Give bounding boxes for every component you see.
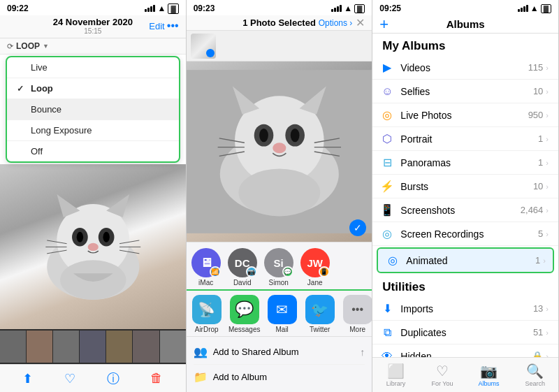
date-main: 24 November 2020 [53, 17, 133, 27]
album-item-duplicates[interactable]: ⧉ Duplicates 51 › [372, 321, 558, 344]
thumb-6[interactable] [133, 331, 159, 363]
signal-icon-1 [145, 5, 155, 12]
album-chevron-videos: › [546, 64, 549, 72]
status-bar-3: 09:25 ▲ ▓ [372, 0, 558, 15]
album-count-imports: 13 [533, 303, 543, 314]
thumb-2[interactable] [27, 331, 52, 363]
contact-badge-simon: 💬 [282, 266, 293, 277]
thumb-7[interactable] [160, 331, 186, 363]
trash-button[interactable]: 🗑 [150, 371, 163, 386]
album-count-duplicates: 51 [533, 327, 543, 337]
add-album-action[interactable]: 📁 Add to Album [194, 365, 365, 389]
add-button[interactable]: + [379, 15, 389, 34]
contact-jane[interactable]: JW 📱 Jane [300, 248, 331, 286]
album-name-selfies: Selfies [400, 86, 533, 97]
tab-library[interactable]: ⬜ Library [372, 363, 419, 387]
more-button[interactable]: ••• [167, 20, 179, 32]
tab-search[interactable]: 🔍 Search [512, 363, 558, 387]
album-item-live-photos[interactable]: ◎ Live Photos 950 › [372, 103, 558, 127]
utilities-header: Utilities [372, 275, 558, 297]
tab-for-you[interactable]: ♡ For You [419, 363, 465, 387]
contact-simon[interactable]: Si 💬 Simon [263, 248, 294, 286]
add-shared-album-arrow: ↑ [360, 347, 365, 358]
album-item-animated[interactable]: ◎ Animated 1 › [377, 247, 554, 273]
contact-avatar-jane: JW 📱 [300, 248, 330, 277]
album-item-imports[interactable]: ⬇ Imports 13 › [372, 297, 558, 321]
loop-dropdown: Live ✓ Loop Bounce Long Exposure Off [6, 56, 180, 163]
signal-icon-2 [331, 5, 342, 12]
album-name-duplicates: Duplicates [400, 327, 533, 338]
albums-tab-label: Albums [478, 380, 499, 387]
action-row: 👥 Add to Shared Album ↑ 📁 Add to Album [187, 336, 372, 392]
heart-button[interactable]: ♡ [64, 371, 75, 386]
p2-photo-main: ✓ [187, 61, 372, 242]
contact-imac[interactable]: 🖥 📶 iMac [191, 248, 222, 286]
tab-albums[interactable]: 📷 Albums [465, 363, 511, 387]
album-item-panoramas[interactable]: ⊟ Panoramas 1 › [372, 151, 558, 175]
album-item-screenshots[interactable]: 📱 Screenshots 2,464 › [372, 198, 558, 222]
app-airdrop[interactable]: 📡 AirDrop [191, 295, 223, 333]
cat-svg-p1 [19, 181, 168, 313]
album-count-animated: 1 [535, 255, 540, 266]
album-name-live-photos: Live Photos [400, 110, 528, 121]
app-mail[interactable]: ✉ Mail [266, 295, 298, 333]
edit-button[interactable]: Edit [149, 21, 164, 31]
album-item-portrait[interactable]: ⬡ Portrait 1 › [372, 127, 558, 151]
album-name-screen-recordings: Screen Recordings [400, 228, 538, 240]
album-count-screenshots: 2,464 [521, 205, 544, 215]
album-count-bursts: 10 [533, 181, 543, 191]
contact-avatar-david: DC 📷 [228, 248, 257, 277]
p1-thumbnails [0, 329, 186, 364]
share-button[interactable]: ⬆ [22, 371, 33, 386]
thumb-4[interactable] [80, 331, 106, 363]
dropdown-item-long-exposure[interactable]: Long Exposure [7, 120, 179, 141]
battery-icon-3: ▓ [541, 4, 551, 13]
contact-david[interactable]: DC 📷 David [227, 248, 258, 286]
status-bar-2: 09:23 ▲ ▓ [187, 0, 372, 15]
p2-share-section: 🖥 📶 iMac DC 📷 David Si 💬 Simon [187, 242, 372, 392]
album-item-bursts[interactable]: ⚡ Bursts 10 › [372, 175, 558, 198]
album-chevron-selfies: › [546, 87, 549, 96]
close-button[interactable]: ✕ [356, 16, 365, 29]
thumb-5[interactable] [106, 331, 132, 363]
album-item-hidden[interactable]: 👁 Hidden 🔒 › [372, 344, 558, 357]
thumb-1[interactable] [0, 331, 26, 363]
options-button[interactable]: Options › [319, 18, 353, 28]
app-icon-messages: 💬 [230, 295, 259, 324]
dropdown-item-loop[interactable]: ✓ Loop [7, 78, 179, 99]
album-name-animated: Animated [406, 255, 535, 266]
shared-album-icon: 👥 [194, 345, 208, 358]
album-item-screen-recordings[interactable]: ◎ Screen Recordings 5 › [372, 222, 558, 246]
info-button[interactable]: ⓘ [107, 370, 119, 387]
album-chevron-imports: › [546, 305, 549, 313]
duplicates-icon: ⧉ [379, 326, 395, 339]
app-messages[interactable]: 💬 Messages [228, 295, 261, 333]
app-icon-airdrop: 📡 [192, 295, 222, 324]
album-count-portrait: 1 [538, 133, 543, 144]
albums-list: My Albums ▶ Videos 115 › ☺ Selfies 10 › … [372, 34, 558, 357]
album-chevron-screen-recordings: › [546, 230, 549, 238]
animated-icon: ◎ [385, 254, 400, 267]
dropdown-item-live[interactable]: Live [7, 57, 179, 78]
loop-bar[interactable]: ⟳ LOOP ▼ [0, 38, 186, 55]
album-item-videos[interactable]: ▶ Videos 115 › [372, 56, 558, 80]
contact-name-imac: iMac [198, 279, 213, 286]
dropdown-item-off[interactable]: Off [7, 141, 179, 161]
dropdown-item-bounce[interactable]: Bounce [7, 99, 179, 120]
album-name-hidden: Hidden [400, 351, 532, 358]
contact-name-jane: Jane [307, 279, 323, 286]
album-item-selfies[interactable]: ☺ Selfies 10 › [372, 80, 558, 103]
wifi-icon-2: ▲ [344, 3, 352, 13]
status-icons-2: ▲ ▓ [331, 3, 365, 13]
albums-title: Albums [447, 18, 485, 30]
svg-point-32 [238, 168, 320, 216]
app-twitter[interactable]: 🐦 Twitter [304, 295, 336, 333]
album-count-videos: 115 [528, 62, 544, 73]
album-icon: 📁 [194, 370, 208, 384]
loop-chevron-icon: ▼ [43, 43, 49, 50]
thumb-3[interactable] [53, 331, 79, 363]
add-shared-album-action[interactable]: 👥 Add to Shared Album ↑ [194, 340, 365, 365]
album-name-screenshots: Screenshots [400, 205, 520, 216]
contact-name-david: David [233, 279, 252, 286]
app-more[interactable]: ••• More [342, 295, 372, 333]
